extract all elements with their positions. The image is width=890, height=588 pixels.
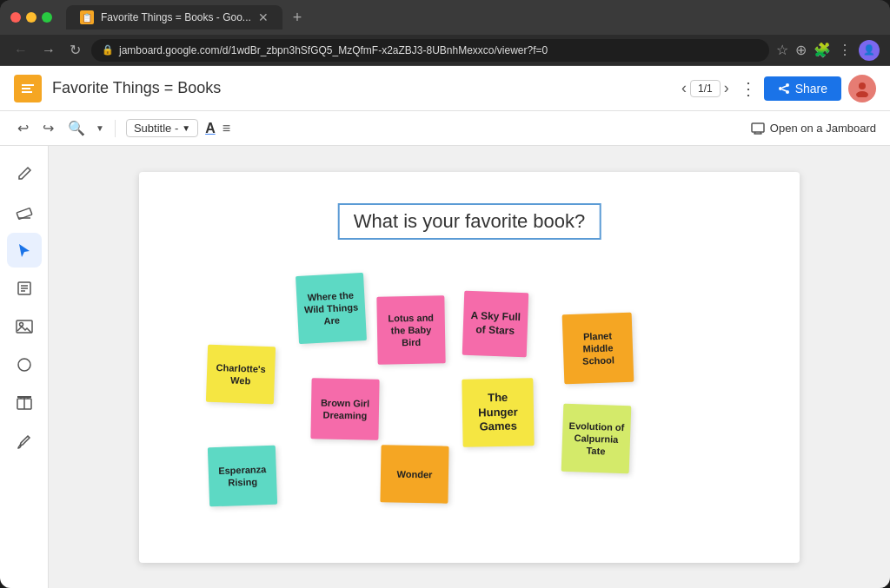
undo-button[interactable]: ↩ xyxy=(14,116,32,140)
redo-button[interactable]: ↪ xyxy=(39,116,57,140)
refresh-button[interactable]: ↻ xyxy=(66,40,84,60)
layers-icon[interactable]: ⊕ xyxy=(795,42,807,58)
sticky-evolution-calpurnia[interactable]: Evolution of Calpurnia Tate xyxy=(561,403,632,473)
open-jamboard-button[interactable]: Open on a Jamboard xyxy=(751,122,876,135)
tab-close-button[interactable]: ✕ xyxy=(258,10,269,24)
svg-rect-3 xyxy=(22,91,32,93)
address-bar: ← → ↻ 🔒 jamboard.google.com/d/1wdBr_zbpn… xyxy=(0,35,890,66)
svg-rect-11 xyxy=(752,123,764,132)
sidebar-tool-circle[interactable] xyxy=(7,347,42,382)
forward-button[interactable]: → xyxy=(38,41,59,60)
sidebar-tool-pen[interactable] xyxy=(7,156,42,191)
app-title: Favorite Things = Books xyxy=(52,79,671,97)
maximize-button[interactable] xyxy=(42,12,52,23)
svg-point-22 xyxy=(19,323,23,327)
sidebar xyxy=(0,146,49,588)
app-logo xyxy=(14,75,42,102)
sticky-charlottes-web[interactable]: Charlotte's Web xyxy=(206,344,276,404)
tab-title: Favorite Things = Books - Goo... xyxy=(101,11,251,23)
lock-icon: 🔒 xyxy=(102,44,114,56)
tab-favicon: 📋 xyxy=(80,10,94,24)
svg-point-10 xyxy=(856,91,868,97)
svg-rect-1 xyxy=(22,84,34,86)
header-actions: ⋮ Share xyxy=(740,75,876,102)
url-box[interactable]: 🔒 jamboard.google.com/d/1wdBr_zbpn3hSfGQ… xyxy=(91,39,769,62)
sticky-brown-girl[interactable]: Brown Girl Dreaming xyxy=(310,378,379,439)
next-slide-button[interactable]: › xyxy=(724,79,729,97)
sidebar-tool-textbox[interactable] xyxy=(7,386,42,420)
traffic-lights xyxy=(10,12,52,23)
open-jamboard-label: Open on a Jamboard xyxy=(770,122,876,135)
dropdown-arrow: ▼ xyxy=(182,123,190,133)
sticky-esperanza-rising[interactable]: Esperanza Rising xyxy=(208,445,277,506)
svg-rect-2 xyxy=(22,88,30,89)
sidebar-tool-brush[interactable] xyxy=(7,424,42,459)
sidebar-tool-eraser[interactable] xyxy=(7,195,42,229)
text-color-button[interactable]: A xyxy=(205,121,216,136)
more-icon[interactable]: ⋮ xyxy=(838,42,852,58)
share-button[interactable]: Share xyxy=(764,76,841,101)
title-bar: 📋 Favorite Things = Books - Goo... ✕ + xyxy=(0,0,890,35)
subtitle-label: Subtitle - xyxy=(134,122,178,135)
bookmark-icon[interactable]: ☆ xyxy=(776,42,788,58)
toolbar: ↩ ↪ 🔍 ▼ Subtitle - ▼ A ≡ Open on a Jambo… xyxy=(0,111,890,146)
canvas-area: What is your favorite book? Where the Wi… xyxy=(49,146,890,588)
sticky-sky-full-stars[interactable]: A Sky Full of Stars xyxy=(462,290,529,357)
sidebar-tool-image[interactable] xyxy=(7,309,42,344)
zoom-button[interactable]: 🔍 xyxy=(64,116,89,140)
svg-line-7 xyxy=(782,86,787,88)
user-avatar[interactable] xyxy=(848,75,876,102)
minimize-button[interactable] xyxy=(26,12,37,23)
url-text: jamboard.google.com/d/1wdBr_zbpn3hSfGQ5_… xyxy=(119,44,759,56)
svg-point-23 xyxy=(18,359,30,371)
slide-navigation: ‹ 1/1 › xyxy=(681,79,729,97)
share-label: Share xyxy=(795,82,827,96)
svg-point-5 xyxy=(779,87,782,90)
close-button[interactable] xyxy=(10,12,21,23)
back-button[interactable]: ← xyxy=(10,41,31,60)
sticky-hunger-games[interactable]: The Hunger Games xyxy=(462,378,534,446)
prev-slide-button[interactable]: ‹ xyxy=(681,79,687,97)
active-tab[interactable]: 📋 Favorite Things = Books - Goo... ✕ xyxy=(66,5,282,30)
sticky-where-wild[interactable]: Where the Wild Things Are xyxy=(296,273,367,344)
svg-point-9 xyxy=(859,83,866,89)
main-content: What is your favorite book? Where the Wi… xyxy=(0,146,890,588)
sticky-wonder[interactable]: Wonder xyxy=(380,445,448,503)
text-align-button[interactable]: ≡ xyxy=(222,121,230,136)
sticky-lotus-baby-bird[interactable]: Lotus and the Baby Bird xyxy=(376,295,445,364)
slide-indicator: 1/1 xyxy=(690,80,721,97)
sidebar-tool-sticky[interactable] xyxy=(7,271,42,306)
browser-window: 📋 Favorite Things = Books - Goo... ✕ + ←… xyxy=(0,0,890,588)
zoom-arrow[interactable]: ▼ xyxy=(96,123,104,133)
extensions-icon[interactable]: 🧩 xyxy=(814,42,831,58)
question-title: What is your favorite book? xyxy=(338,203,601,240)
chrome-avatar[interactable]: 👤 xyxy=(859,40,880,61)
app-header: Favorite Things = Books ‹ 1/1 › ⋮ Share xyxy=(0,66,890,111)
toolbar-divider-1 xyxy=(115,120,116,137)
address-bar-actions: ☆ ⊕ 🧩 ⋮ 👤 xyxy=(776,40,880,61)
svg-line-8 xyxy=(782,89,787,91)
sidebar-tool-cursor[interactable] xyxy=(7,233,42,268)
text-style-dropdown[interactable]: Subtitle - ▼ xyxy=(126,119,198,137)
new-tab-button[interactable]: + xyxy=(293,9,302,27)
jamboard-frame: What is your favorite book? Where the Wi… xyxy=(139,172,800,563)
sticky-planet-middle[interactable]: Planet Middle School xyxy=(562,312,634,384)
more-options-button[interactable]: ⋮ xyxy=(740,78,757,99)
